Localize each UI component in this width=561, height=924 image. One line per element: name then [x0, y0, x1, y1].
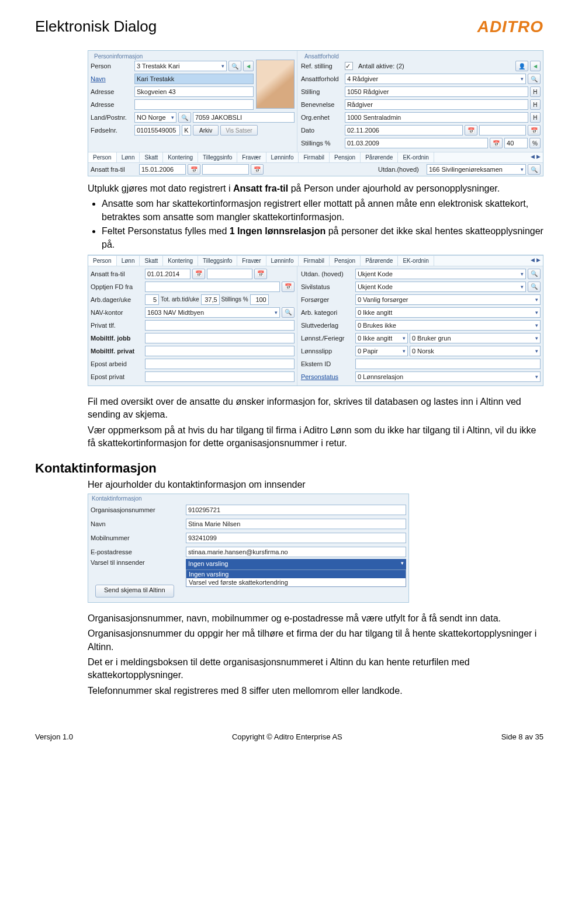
- send-skjema-button[interactable]: Send skjema til Altinn: [95, 585, 174, 598]
- tab-tilleggsinfo[interactable]: Tilleggsinfo: [198, 256, 237, 266]
- arkiv-button[interactable]: Arkiv: [193, 125, 219, 136]
- tab-fravaer[interactable]: Fravær: [237, 152, 266, 162]
- tab-pensjon[interactable]: Pensjon: [330, 152, 361, 162]
- h-button[interactable]: H: [530, 99, 541, 110]
- h-button[interactable]: H: [530, 86, 541, 97]
- search-icon[interactable]: [178, 112, 191, 123]
- calendar-icon[interactable]: [251, 164, 264, 175]
- calendar-icon[interactable]: [282, 282, 295, 292]
- nav-prev-icon[interactable]: [530, 61, 541, 71]
- varsel-dropdown[interactable]: Ingen varsling Ingen varsling Varsel ved…: [186, 559, 406, 569]
- lonnsslipp2-field[interactable]: 0 Norsk: [410, 346, 541, 356]
- tab-person[interactable]: Person: [88, 256, 117, 266]
- ansattforhold-field[interactable]: 4 Rådgiver: [345, 74, 526, 84]
- search-icon[interactable]: [528, 269, 541, 279]
- calendar-icon[interactable]: [192, 269, 205, 279]
- epost-field[interactable]: stinaa.marie.hansen@kursfirma.no: [186, 547, 406, 557]
- ansattfra-field[interactable]: 15.01.2006: [139, 164, 186, 175]
- calendar-icon[interactable]: [188, 164, 200, 175]
- tab-firmabil[interactable]: Firmabil: [299, 152, 330, 162]
- eksternid-field[interactable]: [355, 359, 541, 369]
- epostprivat-field[interactable]: [145, 371, 295, 382]
- stillpct-date[interactable]: 01.03.2009: [345, 138, 488, 148]
- varsel-option[interactable]: Ingen varsling: [186, 570, 406, 578]
- search-icon[interactable]: [228, 61, 241, 71]
- stillpct-field[interactable]: 40: [504, 138, 528, 148]
- utdan-field[interactable]: 166 Sivilingeniøreksamen: [427, 164, 526, 175]
- calendar-icon[interactable]: [465, 125, 477, 136]
- tab-fravaer[interactable]: Fravær: [237, 256, 266, 266]
- epostarbeid-field[interactable]: [145, 359, 295, 369]
- calendar-icon[interactable]: [254, 269, 267, 279]
- tab-kontering[interactable]: Kontering: [163, 152, 198, 162]
- tab-skatt[interactable]: Skatt: [140, 256, 163, 266]
- tab-lonninfo[interactable]: Lønninfo: [266, 152, 299, 162]
- search-icon[interactable]: [528, 74, 541, 84]
- spct-field[interactable]: 100: [250, 294, 269, 305]
- lonnst-field[interactable]: 0 Ikke angitt: [355, 333, 408, 343]
- person-field[interactable]: 3 Trestakk Kari: [134, 61, 227, 71]
- postnr-field[interactable]: 7059 JAKOBSLI: [193, 112, 295, 123]
- dato-field[interactable]: 02.11.2006: [345, 125, 463, 136]
- tab-scroll-icon[interactable]: ◀ ▶: [528, 256, 543, 266]
- tab-pensjon[interactable]: Pensjon: [330, 256, 361, 266]
- totarb-field[interactable]: 37,5: [201, 294, 220, 305]
- tab-lonninfo[interactable]: Lønninfo: [266, 256, 299, 266]
- privtlf-field[interactable]: [145, 320, 295, 331]
- fnr-field[interactable]: 01015549005: [134, 125, 180, 136]
- stilling-field[interactable]: 1050 Rådgiver: [345, 86, 528, 97]
- tab-lonn[interactable]: Lønn: [117, 152, 140, 162]
- refstilling-checkbox[interactable]: ✓: [345, 62, 353, 70]
- mobpriv-field[interactable]: [145, 346, 295, 356]
- search-icon[interactable]: [528, 282, 541, 292]
- land-field[interactable]: NO Norge: [134, 112, 176, 123]
- tab-ekordning[interactable]: EK-ordnin: [398, 256, 434, 266]
- navn-field[interactable]: Kari Trestakk: [134, 74, 254, 84]
- arbdag-field[interactable]: 5: [145, 294, 159, 305]
- search-icon[interactable]: [528, 164, 541, 175]
- tab-parorende[interactable]: Pårørende: [361, 152, 398, 162]
- tab-skatt[interactable]: Skatt: [140, 152, 163, 162]
- forsorger-field[interactable]: 0 Vanlig forsørger: [355, 294, 541, 305]
- personstatus-field[interactable]: 0 Lønnsrelasjon: [355, 371, 541, 382]
- nav-prev-icon[interactable]: [243, 61, 254, 71]
- navn-field[interactable]: Stina Marie Nilsen: [186, 519, 406, 529]
- tab-scroll-icon[interactable]: ◀ ▶: [528, 152, 543, 162]
- mobil-field[interactable]: 93241099: [186, 533, 406, 543]
- lonnst2-field[interactable]: 0 Bruker grun: [410, 333, 541, 343]
- pct-button[interactable]: %: [529, 138, 541, 148]
- vis-satser-button[interactable]: Vis Satser: [220, 125, 257, 136]
- adresse2-field[interactable]: [134, 99, 254, 110]
- varsel-option[interactable]: Varsel ved første skattekortendring: [186, 578, 406, 586]
- calendar-icon[interactable]: [528, 125, 541, 136]
- calendar-icon[interactable]: [490, 138, 503, 148]
- search-icon[interactable]: [282, 307, 295, 318]
- person-icon[interactable]: 👤: [515, 61, 528, 71]
- lonnsslipp-field[interactable]: 0 Papir: [355, 346, 408, 356]
- sivil-field[interactable]: Ukjent Kode: [355, 282, 526, 292]
- ansatttil-field[interactable]: [207, 269, 252, 279]
- tab-tilleggsinfo[interactable]: Tilleggsinfo: [198, 152, 237, 162]
- tab-parorende[interactable]: Pårørende: [361, 256, 398, 266]
- mobjobb-field[interactable]: [145, 333, 295, 343]
- ansatttil-field[interactable]: [202, 164, 249, 175]
- utdan-field[interactable]: Ukjent Kode: [355, 269, 526, 279]
- navn-link[interactable]: Navn: [91, 75, 133, 82]
- nav-field[interactable]: 1603 NAV Midtbyen: [145, 307, 280, 318]
- tab-firmabil[interactable]: Firmabil: [299, 256, 330, 266]
- tab-lonn[interactable]: Lønn: [117, 256, 140, 266]
- sluttved-field[interactable]: 0 Brukes ikke: [355, 320, 541, 331]
- blank-field[interactable]: [479, 125, 526, 136]
- tab-person[interactable]: Person: [88, 152, 117, 162]
- orgnr-field[interactable]: 910295721: [186, 505, 406, 515]
- tab-kontering[interactable]: Kontering: [163, 256, 198, 266]
- h-button[interactable]: H: [530, 112, 541, 123]
- arbkat-field[interactable]: 0 Ikke angitt: [355, 307, 541, 318]
- personstatus-link[interactable]: Personstatus: [301, 373, 354, 380]
- orgenhet-field[interactable]: 1000 Sentraladmin: [345, 112, 528, 123]
- opptjen-field[interactable]: [145, 282, 280, 292]
- adresse-field[interactable]: Skogveien 43: [134, 86, 254, 97]
- ansattfra-field[interactable]: 01.01.2014: [145, 269, 191, 279]
- tab-ekordning[interactable]: EK-ordnin: [398, 152, 434, 162]
- benevnelse-field[interactable]: Rådgiver: [345, 99, 528, 110]
